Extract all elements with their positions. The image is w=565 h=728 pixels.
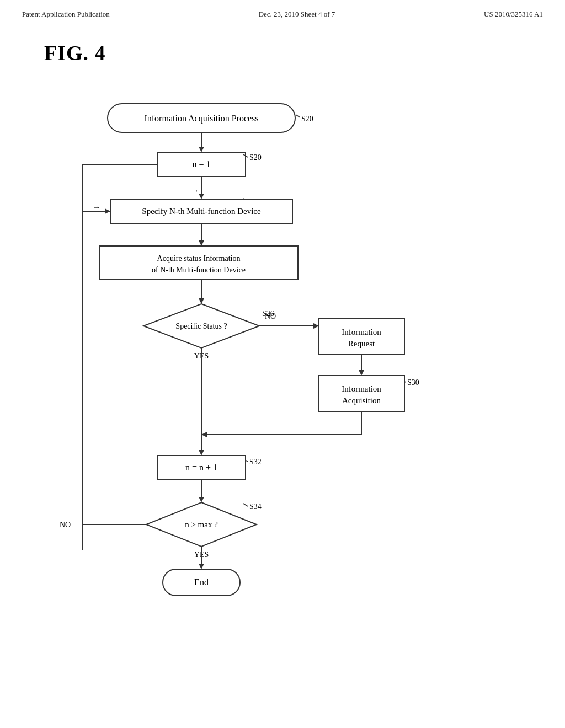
svg-marker-20 xyxy=(199,240,204,246)
diagram-container: Information Acquisition Process S20 n = … xyxy=(0,71,565,705)
svg-text:NO: NO xyxy=(265,312,276,320)
svg-text:Specific Status ?: Specific Status ? xyxy=(175,322,227,330)
header-right: US 2010/325316 A1 xyxy=(484,10,543,19)
svg-line-62 xyxy=(243,504,248,506)
svg-text:Information Acquisition Proces: Information Acquisition Process xyxy=(144,114,258,124)
svg-text:Acquire status Information: Acquire status Information xyxy=(157,254,241,263)
svg-text:→: → xyxy=(191,186,199,195)
svg-text:S32: S32 xyxy=(249,458,262,466)
svg-text:End: End xyxy=(194,577,209,587)
svg-text:Specify N-th Multi-function De: Specify N-th Multi-function Device xyxy=(142,207,261,216)
svg-text:of N-th Multi-function Device: of N-th Multi-function Device xyxy=(152,266,246,274)
page-header: Patent Application Publication Dec. 23, … xyxy=(0,0,565,19)
header-middle: Dec. 23, 2010 Sheet 4 of 7 xyxy=(259,10,335,19)
svg-marker-27 xyxy=(199,298,204,304)
svg-text:S34: S34 xyxy=(249,502,262,511)
svg-text:S20: S20 xyxy=(249,153,262,162)
svg-text:→: → xyxy=(93,203,100,211)
svg-line-3 xyxy=(296,115,300,117)
svg-rect-39 xyxy=(319,319,404,355)
svg-marker-13 xyxy=(199,194,204,199)
svg-marker-35 xyxy=(313,323,319,329)
svg-text:S20: S20 xyxy=(301,115,313,123)
svg-rect-46 xyxy=(319,376,404,411)
svg-text:Request: Request xyxy=(348,339,375,348)
svg-rect-23 xyxy=(99,246,298,279)
svg-marker-72 xyxy=(199,564,204,569)
header-left: Patent Application Publication xyxy=(22,10,110,19)
flowchart-svg: Information Acquisition Process S20 n = … xyxy=(0,71,565,705)
svg-marker-68 xyxy=(105,208,110,214)
svg-text:Information: Information xyxy=(342,328,381,336)
svg-marker-43 xyxy=(359,370,364,376)
svg-text:NO: NO xyxy=(60,521,71,529)
svg-text:n = n + 1: n = n + 1 xyxy=(185,463,217,472)
figure-label: FIG. 4 xyxy=(0,19,565,65)
svg-text:Information: Information xyxy=(342,384,381,393)
svg-text:n = 1: n = 1 xyxy=(192,159,210,169)
svg-marker-60 xyxy=(199,497,204,502)
svg-text:n > max ?: n > max ? xyxy=(185,520,218,529)
svg-text:S30: S30 xyxy=(407,378,419,387)
svg-marker-5 xyxy=(199,147,204,152)
svg-marker-51 xyxy=(201,432,207,437)
svg-text:Acquisition: Acquisition xyxy=(342,396,381,405)
svg-marker-54 xyxy=(199,450,204,456)
